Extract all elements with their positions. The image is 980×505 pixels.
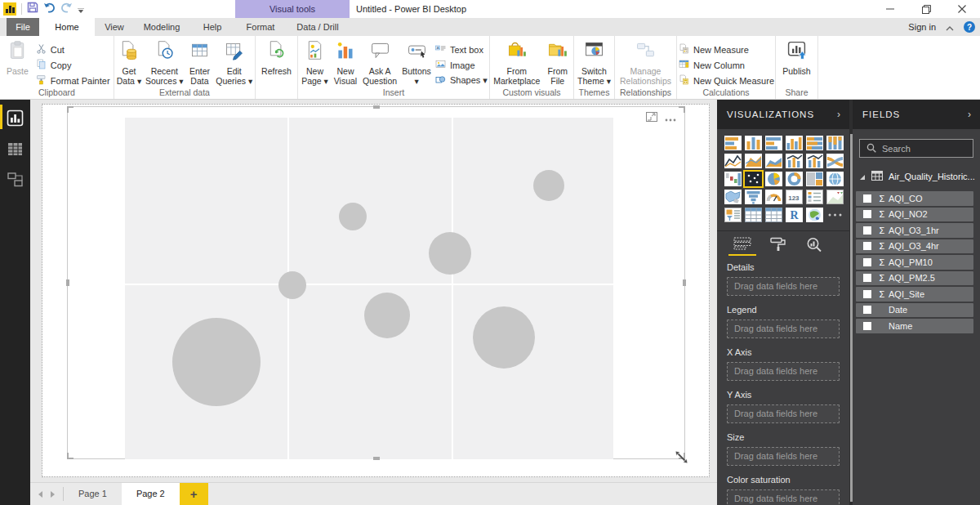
format-painter-button[interactable]: Format Painter: [35, 74, 110, 87]
visual-type-more-options-icon[interactable]: [826, 208, 844, 222]
new-visual-button[interactable]: NewVisual: [332, 38, 359, 86]
from-file-button[interactable]: FromFile: [544, 38, 572, 86]
field-item-aqi-pm10[interactable]: ΣAQI_PM10: [856, 255, 973, 270]
refresh-button[interactable]: Refresh: [260, 38, 293, 76]
recent-sources-button[interactable]: RecentSources ▾: [144, 38, 185, 86]
menu-tab-home[interactable]: Home: [39, 18, 95, 36]
field-checkbox[interactable]: [863, 210, 871, 218]
well-dropzone-details[interactable]: Drag data fields here: [727, 277, 840, 296]
field-item-aqi-pm2-5[interactable]: ΣAQI_PM2.5: [856, 271, 973, 286]
viz-pane-tab-fields[interactable]: [728, 236, 756, 256]
customize-toolbar-dropdown-icon[interactable]: [78, 2, 84, 16]
visual-type-treemap-icon[interactable]: [806, 172, 823, 186]
page-tab-page-2[interactable]: Page 2: [122, 483, 180, 505]
resize-handle[interactable]: [67, 453, 74, 459]
menu-tab-view[interactable]: View: [95, 18, 134, 36]
viz-pane-tab-format[interactable]: [764, 236, 792, 256]
sidebar-model-view-button[interactable]: [0, 166, 30, 192]
resize-handle[interactable]: [373, 457, 380, 460]
field-checkbox[interactable]: [863, 306, 871, 314]
field-checkbox[interactable]: [863, 322, 871, 330]
visual-type-stacked-area-chart-icon[interactable]: [765, 154, 782, 168]
new-quick-measure-button[interactable]: New Quick Measure: [678, 74, 774, 87]
visual-type-clustered-column-chart-icon[interactable]: [786, 136, 803, 150]
sidebar-data-view-button[interactable]: [0, 136, 30, 162]
switch-theme-button[interactable]: SwitchTheme ▾: [576, 38, 612, 86]
next-page-arrow[interactable]: [51, 491, 55, 498]
resize-handle[interactable]: [679, 106, 685, 113]
well-dropzone-size[interactable]: Drag data fields here: [727, 447, 840, 466]
well-dropzone-y-axis[interactable]: Drag data fields here: [727, 404, 840, 423]
minimize-button[interactable]: [872, 0, 908, 18]
from-marketplace-button[interactable]: FromMarketplace: [492, 38, 541, 86]
get-data-button[interactable]: GetData ▾: [115, 38, 143, 86]
menu-tab-datadrill[interactable]: Data / Drill: [286, 18, 350, 36]
resize-handle[interactable]: [683, 279, 686, 286]
buttons-button[interactable]: Buttons▾: [400, 38, 433, 86]
visual-type-matrix-icon[interactable]: [765, 208, 782, 222]
resize-handle[interactable]: [679, 453, 685, 459]
visual-type-r-script-visual-icon[interactable]: R: [786, 208, 803, 222]
enter-data-button[interactable]: EnterData: [185, 38, 213, 86]
report-page[interactable]: [42, 104, 710, 477]
help-icon[interactable]: ?: [964, 21, 975, 33]
field-item-aqi-no2[interactable]: ΣAQI_NO2: [856, 208, 973, 222]
redo-icon[interactable]: [60, 2, 73, 16]
resize-handle[interactable]: [66, 279, 69, 286]
menu-tab-file[interactable]: File: [7, 18, 39, 36]
field-item-aqi-o3-1hr[interactable]: ΣAQI_O3_1hr: [856, 223, 973, 238]
close-button[interactable]: [944, 0, 980, 18]
publish-button[interactable]: Publish: [781, 38, 812, 76]
search-input[interactable]: Search: [859, 139, 973, 158]
collapse-pane-icon[interactable]: ›: [968, 109, 972, 120]
expand-caret-icon[interactable]: [859, 169, 866, 184]
visual-type-clustered-bar-chart-icon[interactable]: [765, 136, 782, 150]
well-dropzone-legend[interactable]: Drag data fields here: [727, 320, 840, 338]
visual-type-100-stacked-column-chart-icon[interactable]: [826, 136, 844, 150]
field-item-aqi-site[interactable]: ΣAQI_Site: [856, 287, 973, 302]
table-node[interactable]: Air_Quality_Historic...: [859, 169, 980, 184]
field-item-aqi-o3-4hr[interactable]: ΣAQI_O3_4hr: [856, 239, 973, 254]
visual-type-gauge-icon[interactable]: [765, 190, 782, 204]
field-checkbox[interactable]: [863, 258, 871, 266]
well-dropzone-color-saturation[interactable]: Drag data fields here: [727, 489, 840, 505]
restore-button[interactable]: [908, 0, 944, 18]
field-checkbox[interactable]: [863, 242, 871, 250]
field-checkbox[interactable]: [863, 194, 871, 203]
visual-type-filled-map-icon[interactable]: [724, 190, 742, 204]
visual-type-100-stacked-bar-chart-icon[interactable]: [806, 136, 823, 150]
field-item-name[interactable]: Name: [856, 319, 973, 333]
well-dropzone-x-axis[interactable]: Drag data fields here: [727, 362, 840, 381]
image-button[interactable]: Image: [434, 59, 488, 71]
visual-type-map-icon[interactable]: [826, 172, 844, 186]
visual-type-slicer-icon[interactable]: [724, 208, 742, 222]
visual-type-waterfall-chart-icon[interactable]: [724, 172, 742, 186]
visual-type-pie-chart-icon[interactable]: [765, 172, 782, 186]
visual-type-ribbon-chart-icon[interactable]: [826, 154, 844, 168]
cut-button[interactable]: Cut: [35, 43, 110, 56]
visual-type-line-and-clustered-column-chart-icon[interactable]: [806, 154, 823, 168]
new-measure-button[interactable]: New Measure: [678, 43, 774, 56]
visual-type-line-and-stacked-column-chart-icon[interactable]: [786, 154, 803, 168]
manage-relationships-button[interactable]: ManageRelationships: [618, 38, 673, 86]
shapes-button[interactable]: Shapes ▾: [434, 74, 488, 87]
new-page-button[interactable]: NewPage ▾: [300, 38, 330, 86]
visual-type-table-icon[interactable]: [745, 208, 762, 222]
undo-icon[interactable]: [43, 2, 56, 16]
scatter-chart-visual[interactable]: [67, 106, 685, 459]
field-checkbox[interactable]: [863, 274, 871, 282]
previous-page-arrow[interactable]: [38, 491, 42, 498]
visual-type-area-chart-icon[interactable]: [745, 154, 762, 168]
menu-tab-modeling[interactable]: Modeling: [134, 18, 189, 36]
visual-type-scatter-chart-icon[interactable]: [745, 172, 762, 186]
visual-type-stacked-column-chart-icon[interactable]: [745, 136, 762, 150]
ask-a-question-button[interactable]: Ask AQuestion: [361, 38, 399, 86]
menu-tab-help[interactable]: Help: [189, 18, 235, 36]
visual-type-multi-row-card-icon[interactable]: [806, 190, 823, 204]
save-icon[interactable]: [27, 2, 38, 16]
text-box-button[interactable]: AText box: [434, 43, 488, 56]
visual-type-arcgis-map-icon[interactable]: [806, 208, 823, 222]
new-page-tab-button[interactable]: +: [180, 483, 208, 505]
collapse-pane-icon[interactable]: ›: [837, 109, 841, 120]
sidebar-report-view-button[interactable]: [0, 105, 30, 131]
